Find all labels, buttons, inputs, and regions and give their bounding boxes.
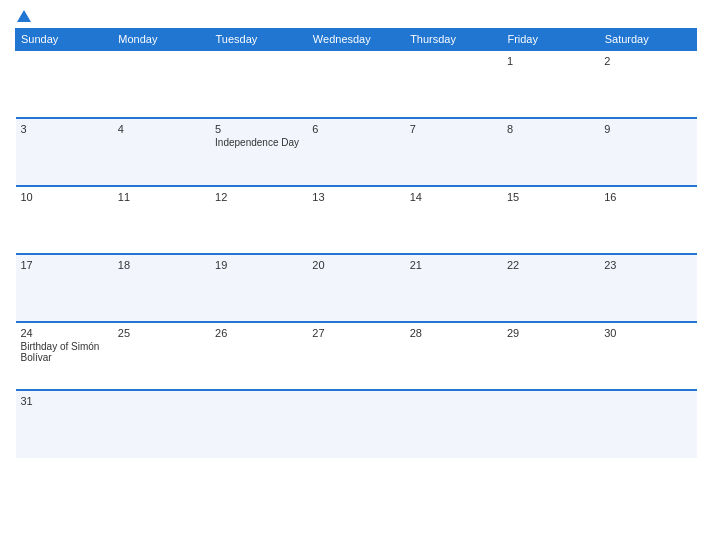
- calendar-day-cell: [599, 390, 696, 458]
- day-number: 30: [604, 327, 691, 339]
- calendar-day-cell: [307, 390, 404, 458]
- calendar-week-row: 345Independence Day6789: [16, 118, 697, 186]
- calendar-day-cell: 28: [405, 322, 502, 390]
- day-number: 24: [21, 327, 108, 339]
- day-number: 21: [410, 259, 497, 271]
- day-event-label: Birthday of Simón Bolívar: [21, 341, 108, 363]
- day-number: 18: [118, 259, 205, 271]
- day-number: 3: [21, 123, 108, 135]
- day-number: 5: [215, 123, 302, 135]
- calendar-page: SundayMondayTuesdayWednesdayThursdayFrid…: [0, 0, 712, 550]
- calendar-day-cell: 13: [307, 186, 404, 254]
- calendar-day-cell: 10: [16, 186, 113, 254]
- day-number: 28: [410, 327, 497, 339]
- calendar-day-cell: [210, 50, 307, 118]
- day-of-week-header: Sunday: [16, 29, 113, 51]
- day-number: 2: [604, 55, 691, 67]
- page-header: [15, 10, 697, 22]
- calendar-day-cell: 26: [210, 322, 307, 390]
- calendar-day-cell: 3: [16, 118, 113, 186]
- day-number: 23: [604, 259, 691, 271]
- calendar-day-cell: [210, 390, 307, 458]
- calendar-day-cell: 12: [210, 186, 307, 254]
- day-number: 31: [21, 395, 108, 407]
- calendar-day-cell: [307, 50, 404, 118]
- calendar-day-cell: [502, 390, 599, 458]
- logo: [15, 10, 31, 22]
- day-number: 10: [21, 191, 108, 203]
- calendar-week-row: 12: [16, 50, 697, 118]
- calendar-day-cell: 16: [599, 186, 696, 254]
- calendar-week-row: 31: [16, 390, 697, 458]
- calendar-day-cell: [405, 50, 502, 118]
- calendar-day-cell: 24Birthday of Simón Bolívar: [16, 322, 113, 390]
- day-number: 14: [410, 191, 497, 203]
- day-number: 16: [604, 191, 691, 203]
- calendar-day-cell: [113, 390, 210, 458]
- calendar-day-cell: [405, 390, 502, 458]
- calendar-day-cell: 25: [113, 322, 210, 390]
- calendar-day-cell: 31: [16, 390, 113, 458]
- day-number: 9: [604, 123, 691, 135]
- calendar-day-cell: 20: [307, 254, 404, 322]
- calendar-day-cell: 9: [599, 118, 696, 186]
- day-of-week-header: Friday: [502, 29, 599, 51]
- calendar-day-cell: 17: [16, 254, 113, 322]
- day-of-week-header: Thursday: [405, 29, 502, 51]
- calendar-day-cell: 29: [502, 322, 599, 390]
- day-number: 4: [118, 123, 205, 135]
- day-number: 8: [507, 123, 594, 135]
- calendar-day-cell: 2: [599, 50, 696, 118]
- calendar-day-cell: 15: [502, 186, 599, 254]
- day-number: 17: [21, 259, 108, 271]
- calendar-day-cell: 11: [113, 186, 210, 254]
- calendar-day-cell: 21: [405, 254, 502, 322]
- calendar-week-row: 10111213141516: [16, 186, 697, 254]
- calendar-week-row: 24Birthday of Simón Bolívar252627282930: [16, 322, 697, 390]
- calendar-day-cell: 8: [502, 118, 599, 186]
- calendar-day-cell: 22: [502, 254, 599, 322]
- day-number: 22: [507, 259, 594, 271]
- day-number: 7: [410, 123, 497, 135]
- calendar-day-cell: [113, 50, 210, 118]
- day-number: 26: [215, 327, 302, 339]
- day-number: 20: [312, 259, 399, 271]
- day-number: 29: [507, 327, 594, 339]
- calendar-day-cell: 1: [502, 50, 599, 118]
- day-number: 11: [118, 191, 205, 203]
- calendar-day-cell: 4: [113, 118, 210, 186]
- day-number: 25: [118, 327, 205, 339]
- calendar-day-cell: 5Independence Day: [210, 118, 307, 186]
- calendar-day-cell: [16, 50, 113, 118]
- calendar-day-cell: 18: [113, 254, 210, 322]
- day-event-label: Independence Day: [215, 137, 302, 148]
- day-of-week-header: Wednesday: [307, 29, 404, 51]
- calendar-day-cell: 19: [210, 254, 307, 322]
- calendar-day-cell: 27: [307, 322, 404, 390]
- day-of-week-header: Monday: [113, 29, 210, 51]
- day-number: 15: [507, 191, 594, 203]
- day-number: 27: [312, 327, 399, 339]
- calendar-week-row: 17181920212223: [16, 254, 697, 322]
- day-of-week-header: Saturday: [599, 29, 696, 51]
- day-number: 19: [215, 259, 302, 271]
- day-number: 13: [312, 191, 399, 203]
- day-of-week-header: Tuesday: [210, 29, 307, 51]
- calendar-header-row: SundayMondayTuesdayWednesdayThursdayFrid…: [16, 29, 697, 51]
- day-number: 1: [507, 55, 594, 67]
- day-number: 6: [312, 123, 399, 135]
- calendar-day-cell: 6: [307, 118, 404, 186]
- calendar-day-cell: 23: [599, 254, 696, 322]
- logo-triangle-icon: [17, 10, 31, 22]
- calendar-day-cell: 7: [405, 118, 502, 186]
- calendar-day-cell: 14: [405, 186, 502, 254]
- calendar-day-cell: 30: [599, 322, 696, 390]
- day-number: 12: [215, 191, 302, 203]
- calendar-table: SundayMondayTuesdayWednesdayThursdayFrid…: [15, 28, 697, 458]
